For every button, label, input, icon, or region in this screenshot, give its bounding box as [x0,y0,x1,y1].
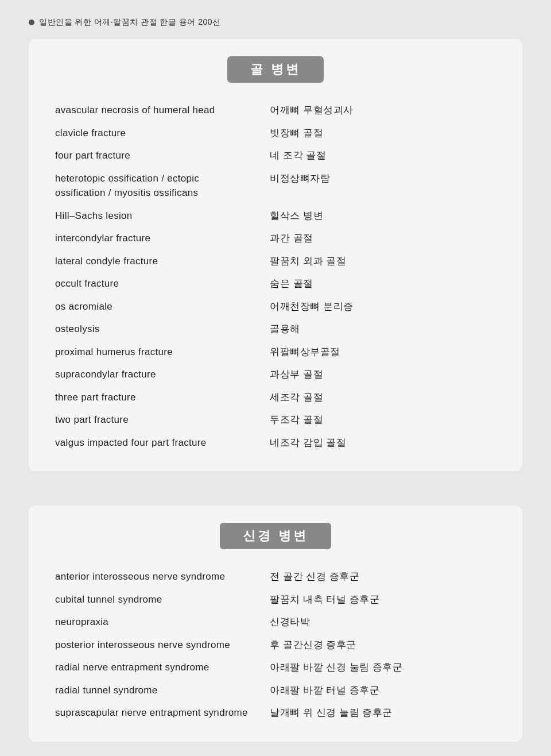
term-en-0-1: clavicle fracture [52,122,266,145]
term-ko-1-3: 후 골간신경 증후군 [266,634,499,657]
table-row: radial tunnel syndrome아래팔 바깥 터널 증후군 [52,679,499,702]
term-ko-0-3: 비정상뼈자람 [266,167,499,205]
section-title-text-nerve: 신경 병변 [243,529,308,543]
term-en-0-6: lateral condyle fracture [52,250,266,273]
term-ko-0-5: 과간 골절 [266,227,499,250]
table-row: three part fracture세조각 골절 [52,386,499,409]
table-row: proximal humerus fracture위팔뼈상부골절 [52,341,499,364]
term-ko-0-14: 네조각 감입 골절 [266,431,499,454]
term-en-0-11: supracondylar fracture [52,363,266,386]
table-row: suprascapular nerve entrapment syndrome날… [52,701,499,724]
table-row: neuropraxia신경타박 [52,611,499,634]
term-ko-0-7: 숨은 골절 [266,272,499,295]
term-table-nerve: anterior interosseous nerve syndrome전 골간… [52,565,499,724]
term-en-0-0: avascular necrosis of humeral head [52,99,266,122]
term-ko-0-6: 팔꿈치 외과 골절 [266,250,499,273]
term-ko-0-12: 세조각 골절 [266,386,499,409]
table-row: four part fracture네 조각 골절 [52,144,499,167]
term-en-1-1: cubital tunnel syndrome [52,588,266,611]
table-row: intercondylar fracture과간 골절 [52,227,499,250]
term-ko-0-9: 골용해 [266,318,499,341]
term-ko-1-0: 전 골간 신경 증후군 [266,565,499,588]
term-en-0-14: valgus impacted four part fracture [52,431,266,454]
term-en-0-5: intercondylar fracture [52,227,266,250]
section-title-text-bone: 골 병변 [250,62,301,76]
table-row: osteolysis골용해 [52,318,499,341]
header-bullet [29,20,34,25]
section-title-box-nerve: 신경 병변 [220,523,331,549]
term-en-1-2: neuropraxia [52,611,266,634]
term-ko-0-11: 과상부 골절 [266,363,499,386]
header-text: 일반인을 위한 어깨·팔꿈치 관절 한글 용어 200선 [39,17,221,28]
page-header: 일반인을 위한 어깨·팔꿈치 관절 한글 용어 200선 [29,17,522,28]
term-en-1-4: radial nerve entrapment syndrome [52,656,266,679]
term-ko-1-2: 신경타박 [266,611,499,634]
term-en-0-9: osteolysis [52,318,266,341]
term-ko-0-4: 힐삭스 병변 [266,205,499,227]
term-ko-1-5: 아래팔 바깥 터널 증후군 [266,679,499,702]
term-ko-0-10: 위팔뼈상부골절 [266,341,499,364]
term-en-0-3: heterotopic ossification / ectopic ossif… [52,167,266,205]
term-en-0-12: three part fracture [52,386,266,409]
section-title-wrap-bone: 골 병변 [52,56,499,83]
section-title-wrap-nerve: 신경 병변 [52,523,499,549]
table-row: os acromiale어깨천장뼈 분리증 [52,295,499,318]
term-ko-1-6: 날개뼈 위 신경 눌림 증후군 [266,701,499,724]
table-row: supracondylar fracture과상부 골절 [52,363,499,386]
table-row: avascular necrosis of humeral head어깨뼈 무혈… [52,99,499,122]
term-ko-0-0: 어깨뼈 무혈성괴사 [266,99,499,122]
table-row: lateral condyle fracture팔꿈치 외과 골절 [52,250,499,273]
term-ko-1-4: 아래팔 바깥 신경 눌림 증후군 [266,656,499,679]
term-en-1-3: posterior interosseous nerve syndrome [52,634,266,657]
term-en-0-7: occult fracture [52,272,266,295]
table-row: valgus impacted four part fracture네조각 감입… [52,431,499,454]
table-row: posterior interosseous nerve syndrome후 골… [52,634,499,657]
table-row: Hill–Sachs lesion힐삭스 병변 [52,205,499,227]
term-en-0-4: Hill–Sachs lesion [52,205,266,227]
section-card-bone: 골 병변avascular necrosis of humeral head어깨… [29,39,522,471]
table-row: two part fracture두조각 골절 [52,408,499,431]
term-table-bone: avascular necrosis of humeral head어깨뼈 무혈… [52,99,499,454]
term-en-1-0: anterior interosseous nerve syndrome [52,565,266,588]
table-row: cubital tunnel syndrome팔꿈치 내측 터널 증후군 [52,588,499,611]
table-row: heterotopic ossification / ectopic ossif… [52,167,499,205]
term-en-0-10: proximal humerus fracture [52,341,266,364]
term-ko-0-1: 빗장뼈 골절 [266,122,499,145]
term-en-0-2: four part fracture [52,144,266,167]
term-ko-1-1: 팔꿈치 내측 터널 증후군 [266,588,499,611]
term-ko-0-2: 네 조각 골절 [266,144,499,167]
term-ko-0-8: 어깨천장뼈 분리증 [266,295,499,318]
term-en-1-6: suprascapular nerve entrapment syndrome [52,701,266,724]
table-row: occult fracture숨은 골절 [52,272,499,295]
table-row: anterior interosseous nerve syndrome전 골간… [52,565,499,588]
term-en-1-5: radial tunnel syndrome [52,679,266,702]
section-card-nerve: 신경 병변anterior interosseous nerve syndrom… [29,506,522,742]
term-en-0-13: two part fracture [52,408,266,431]
section-title-box-bone: 골 병변 [227,56,324,83]
term-en-0-8: os acromiale [52,295,266,318]
table-row: clavicle fracture빗장뼈 골절 [52,122,499,145]
table-row: radial nerve entrapment syndrome아래팔 바깥 신… [52,656,499,679]
term-ko-0-13: 두조각 골절 [266,408,499,431]
